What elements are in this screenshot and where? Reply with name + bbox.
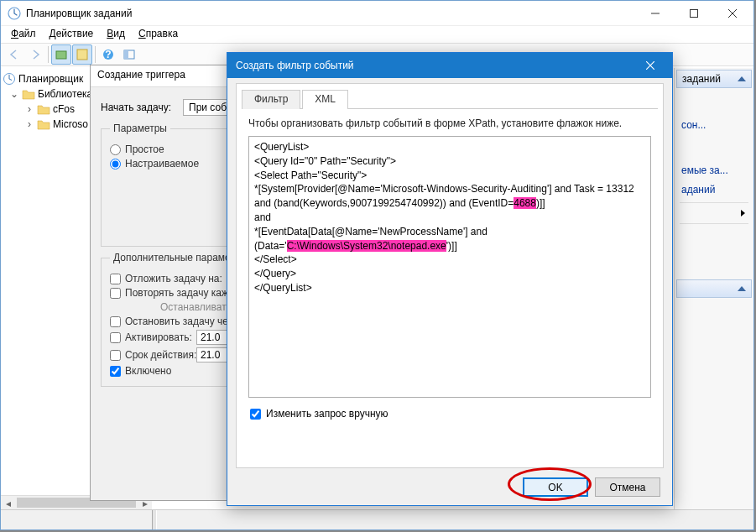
tree-root-label: Планировщик <box>18 73 83 85</box>
statusbar <box>1 509 753 529</box>
tab-xml[interactable]: XML <box>302 90 348 109</box>
cb-edit-manually-label: Изменить запрос вручную <box>266 408 388 420</box>
expire-date[interactable] <box>196 347 230 362</box>
cancel-button[interactable]: Отмена <box>595 477 660 497</box>
tool-btn-3[interactable] <box>119 44 139 65</box>
actions-subheader[interactable] <box>676 279 752 298</box>
caret-right-icon: › <box>24 118 34 130</box>
action-link-more[interactable] <box>676 206 752 220</box>
cb-postpone-label: Отложить задачу на: <box>125 273 222 284</box>
separator <box>680 223 748 224</box>
svg-rect-7 <box>124 50 128 59</box>
caret-right-icon: › <box>24 103 34 115</box>
menu-action[interactable]: Действие <box>43 26 101 42</box>
action-link[interactable]: емые за... <box>676 161 752 180</box>
filter-description: Чтобы организовать фильтр событий в форм… <box>237 109 663 136</box>
help-button[interactable]: ? <box>98 44 118 65</box>
menu-help[interactable]: Справка <box>132 26 185 42</box>
close-button[interactable] <box>631 53 669 78</box>
ok-button[interactable]: OK <box>523 477 588 497</box>
radio-custom-label: Настраиваемое <box>125 158 199 170</box>
cb-enabled-label: Включено <box>125 365 171 377</box>
cb-expire-label: Срок действия: <box>125 349 192 361</box>
minimize-button[interactable] <box>636 1 675 26</box>
cb-expire[interactable] <box>110 350 121 361</box>
menu-view[interactable]: Вид <box>100 26 132 42</box>
main-title: Планировщик заданий <box>26 8 636 19</box>
cb-activate[interactable] <box>110 332 121 343</box>
radio-simple[interactable] <box>110 144 121 155</box>
maximize-button[interactable] <box>675 1 713 26</box>
folder-icon <box>22 88 35 100</box>
radio-simple-label: Простое <box>125 143 164 155</box>
tree-library-label: Библиотека <box>38 88 92 100</box>
filter-body: Фильтр XML Чтобы организовать фильтр соб… <box>236 83 664 468</box>
actions-header[interactable]: заданий <box>676 70 752 88</box>
filter-titlebar[interactable]: Создать фильтр событий <box>227 53 672 78</box>
caret-down-icon: ⌄ <box>9 88 19 100</box>
highlight-path: C:\Windows\System32\notepad.exe <box>287 240 446 252</box>
svg-rect-1 <box>691 9 698 17</box>
start-task-label: Начать задачу: <box>101 102 176 113</box>
tab-filter[interactable]: Фильтр <box>242 90 300 109</box>
back-button[interactable] <box>4 44 24 65</box>
scheduler-icon <box>3 72 16 86</box>
cb-enabled[interactable] <box>110 366 121 377</box>
svg-rect-3 <box>77 50 87 60</box>
close-button[interactable] <box>713 1 752 26</box>
chevron-right-icon <box>741 210 745 216</box>
tree-item-label: cFos <box>53 103 75 115</box>
actions-header-label: заданий <box>682 73 721 85</box>
tool-btn-2[interactable] <box>72 44 92 65</box>
folder-icon <box>37 118 50 130</box>
tool-btn-1[interactable] <box>51 44 71 65</box>
statusbar-separator <box>152 510 157 529</box>
folder-icon <box>37 103 50 115</box>
actions-panel: заданий сон... емые за... аданий <box>674 68 753 509</box>
toolbar-separator <box>48 46 49 63</box>
separator <box>680 202 748 203</box>
svg-rect-2 <box>56 51 66 59</box>
action-link[interactable]: аданий <box>676 180 752 199</box>
scheduler-icon <box>8 7 21 20</box>
parameters-legend: Параметры <box>110 123 170 134</box>
forward-button[interactable] <box>25 44 45 65</box>
cb-edit-manually[interactable] <box>250 409 261 420</box>
highlight-eventid: 4688 <box>514 197 536 209</box>
cb-stopon-label: Останавливать <box>160 301 232 313</box>
svg-text:?: ? <box>105 49 111 60</box>
collapse-icon <box>738 76 746 81</box>
cb-activate-label: Активировать: <box>125 331 192 343</box>
radio-custom[interactable] <box>110 159 121 170</box>
menubar: Файл Действие Вид Справка <box>1 26 753 43</box>
filter-title-text: Создать фильтр событий <box>236 60 631 71</box>
filter-dialog: Создать фильтр событий Фильтр XML Чтобы … <box>227 52 673 506</box>
xml-editor[interactable]: <QueryList> <Query Id="0" Path="Security… <box>248 136 651 398</box>
activate-date[interactable] <box>196 330 230 345</box>
cb-repeat[interactable] <box>110 288 121 299</box>
menu-file[interactable]: Файл <box>4 26 43 42</box>
action-link[interactable]: сон... <box>676 116 752 134</box>
main-titlebar[interactable]: Планировщик заданий <box>1 1 753 26</box>
collapse-icon <box>738 286 746 291</box>
cb-postpone[interactable] <box>110 274 121 284</box>
toolbar-separator-2 <box>95 46 96 63</box>
tab-strip: Фильтр XML <box>242 89 658 109</box>
scroll-left-icon[interactable]: ◂ <box>1 496 15 509</box>
cb-stopafter[interactable] <box>110 316 121 327</box>
tree-item-label: Microso <box>53 118 88 130</box>
